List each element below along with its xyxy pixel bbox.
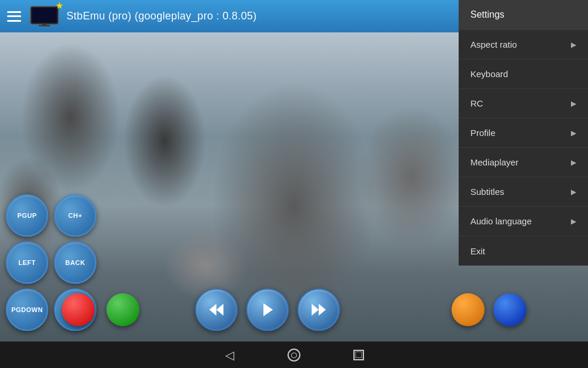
menu-item-settings-label: Settings <box>470 9 505 20</box>
control-row-1: PGUP CH+ <box>0 194 235 237</box>
aspect-ratio-arrow-icon: ▶ <box>571 41 576 49</box>
menu-item-profile[interactable]: Profile ▶ <box>459 118 588 148</box>
app-header: ★ StbEmu (pro) (googleplay_pro : 0.8.05) <box>0 0 459 32</box>
menu-item-keyboard-label: Keyboard <box>470 69 508 79</box>
svg-rect-3 <box>42 24 46 25</box>
svg-rect-1 <box>32 8 56 22</box>
green-button[interactable] <box>106 293 139 326</box>
home-nav-icon: ○ <box>288 349 300 362</box>
subtitles-arrow-icon: ▶ <box>571 188 576 196</box>
media-controls <box>0 289 588 336</box>
red-button[interactable] <box>62 293 95 326</box>
audio-language-arrow-icon: ▶ <box>571 217 576 226</box>
home-nav-button[interactable]: ○ <box>285 346 303 364</box>
context-menu: Settings Aspect ratio ▶ Keyboard RC ▶ Pr… <box>459 0 588 266</box>
orange-button[interactable] <box>452 293 485 326</box>
svg-marker-7 <box>312 304 319 316</box>
menu-item-profile-label: Profile <box>470 128 496 138</box>
ch-plus-button[interactable]: CH+ <box>54 194 96 237</box>
app-title: StbEmu (pro) (googleplay_pro : 0.8.05) <box>66 10 257 22</box>
menu-item-settings[interactable]: Settings <box>459 0 588 30</box>
tv-logo-container: ★ <box>28 3 61 30</box>
rc-arrow-icon: ▶ <box>571 100 576 108</box>
control-row-2: LEFT BACK <box>0 241 235 284</box>
menu-item-mediaplayer-label: Mediaplayer <box>470 157 519 167</box>
menu-item-keyboard[interactable]: Keyboard <box>459 59 588 89</box>
blue-button[interactable] <box>493 293 526 326</box>
menu-item-audio-language[interactable]: Audio language ▶ <box>459 207 588 236</box>
svg-marker-4 <box>209 304 216 316</box>
menu-item-aspect-ratio[interactable]: Aspect ratio ▶ <box>459 30 588 59</box>
menu-item-exit[interactable]: Exit <box>459 236 588 266</box>
svg-marker-8 <box>319 304 326 316</box>
menu-item-rc-label: RC <box>470 98 483 108</box>
menu-item-subtitles-label: Subtitles <box>470 187 505 197</box>
menu-item-aspect-ratio-label: Aspect ratio <box>470 39 517 49</box>
back-nav-button[interactable]: ◁ <box>220 346 238 364</box>
hamburger-menu-icon[interactable] <box>7 11 21 22</box>
rewind-button[interactable] <box>195 289 238 331</box>
recents-nav-icon: □ <box>353 350 364 360</box>
menu-item-audio-language-label: Audio language <box>470 216 532 226</box>
left-button[interactable]: LEFT <box>6 241 48 284</box>
back-button[interactable]: BACK <box>54 241 96 284</box>
menu-item-exit-label: Exit <box>470 246 485 256</box>
fast-forward-button[interactable] <box>298 289 340 331</box>
play-button[interactable] <box>246 289 289 331</box>
pgup-button[interactable]: PGUP <box>6 194 48 237</box>
menu-item-subtitles[interactable]: Subtitles ▶ <box>459 177 588 207</box>
star-icon: ★ <box>55 0 64 11</box>
mediaplayer-arrow-icon: ▶ <box>571 158 576 167</box>
recents-nav-button[interactable]: □ <box>350 346 368 364</box>
svg-marker-6 <box>263 303 273 316</box>
menu-item-rc[interactable]: RC ▶ <box>459 89 588 118</box>
svg-marker-5 <box>216 304 223 316</box>
navigation-bar: ◁ ○ □ <box>0 342 588 368</box>
back-nav-icon: ◁ <box>225 348 234 362</box>
profile-arrow-icon: ▶ <box>571 129 576 137</box>
menu-item-mediaplayer[interactable]: Mediaplayer ▶ <box>459 148 588 177</box>
